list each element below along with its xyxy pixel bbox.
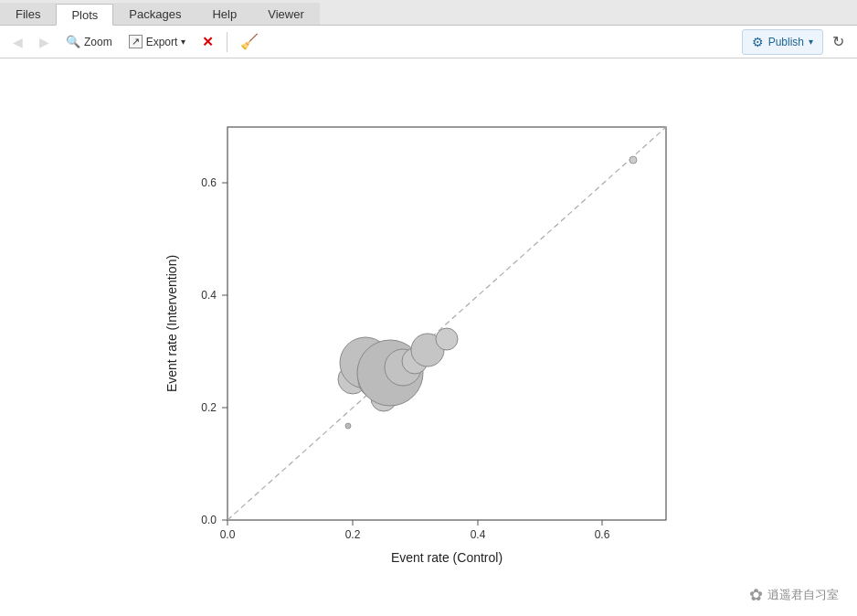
watermark-symbol: ✿ [749, 585, 763, 605]
watermark-text: 逍遥君自习室 [767, 587, 839, 603]
publish-dropdown-arrow: ▾ [809, 37, 813, 47]
tab-files-label: Files [16, 7, 40, 21]
forward-icon: ▶ [39, 35, 49, 49]
zoom-button[interactable]: 🔍 Zoom [58, 29, 120, 55]
publish-label: Publish [768, 36, 804, 48]
back-button[interactable]: ◀ [5, 29, 30, 55]
tab-plots[interactable]: Plots [56, 4, 113, 26]
y-tick-label: 0.2 [201, 401, 217, 414]
y-tick-label: 0.0 [201, 514, 217, 526]
chart-svg: 0.0 0.2 0.4 0.6 0.0 0.2 0.4 0.6 Event [164, 109, 693, 566]
x-axis-label: Event rate (Control) [391, 550, 503, 565]
broom-icon: 🧹 [240, 33, 259, 50]
watermark: ✿ 逍遥君自习室 [749, 585, 839, 605]
tab-packages[interactable]: Packages [113, 3, 196, 25]
y-axis-label: Event rate (Intervention) [164, 255, 179, 392]
tab-viewer[interactable]: Viewer [252, 3, 320, 25]
publish-button[interactable]: ⚙ Publish ▾ [742, 29, 823, 55]
clear-icon: ✕ [202, 34, 214, 50]
y-tick-label: 0.4 [201, 289, 217, 302]
bubble [345, 423, 351, 429]
bubble [630, 156, 637, 164]
tab-packages-label: Packages [129, 7, 181, 21]
x-tick-label: 0.0 [220, 528, 236, 541]
toolbar-separator [227, 32, 227, 52]
publish-icon: ⚙ [752, 35, 764, 49]
tab-help[interactable]: Help [196, 3, 252, 25]
export-label: Export [146, 36, 178, 48]
tab-plots-label: Plots [71, 8, 98, 22]
clear-button[interactable]: ✕ [195, 29, 221, 55]
x-tick-label: 0.4 [471, 528, 486, 541]
x-tick-label: 0.6 [595, 528, 610, 541]
export-button[interactable]: ↗ Export ▾ [122, 29, 194, 55]
export-icon: ↗ [129, 35, 143, 48]
refresh-button[interactable]: ↻ [825, 29, 852, 55]
broom-button[interactable]: 🧹 [233, 29, 266, 55]
refresh-icon: ↻ [832, 33, 844, 50]
tab-help-label: Help [212, 7, 237, 21]
bubble [436, 328, 458, 350]
tab-viewer-label: Viewer [268, 7, 304, 21]
toolbar: ◀ ▶ 🔍 Zoom ↗ Export ▾ ✕ 🧹 ⚙ Publish ▾ ↻ [0, 26, 857, 58]
chart-container: 0.0 0.2 0.4 0.6 0.0 0.2 0.4 0.6 Event [164, 109, 693, 566]
zoom-icon: 🔍 [66, 35, 80, 48]
tab-bar: Files Plots Packages Help Viewer [0, 0, 857, 26]
main-content: 0.0 0.2 0.4 0.6 0.0 0.2 0.4 0.6 Event [0, 58, 857, 616]
y-tick-label: 0.6 [201, 176, 217, 189]
forward-button[interactable]: ▶ [32, 29, 57, 55]
export-dropdown-arrow: ▾ [181, 37, 185, 47]
x-tick-label: 0.2 [345, 528, 361, 541]
back-icon: ◀ [13, 35, 23, 49]
zoom-label: Zoom [84, 36, 112, 48]
tab-files[interactable]: Files [0, 3, 56, 25]
